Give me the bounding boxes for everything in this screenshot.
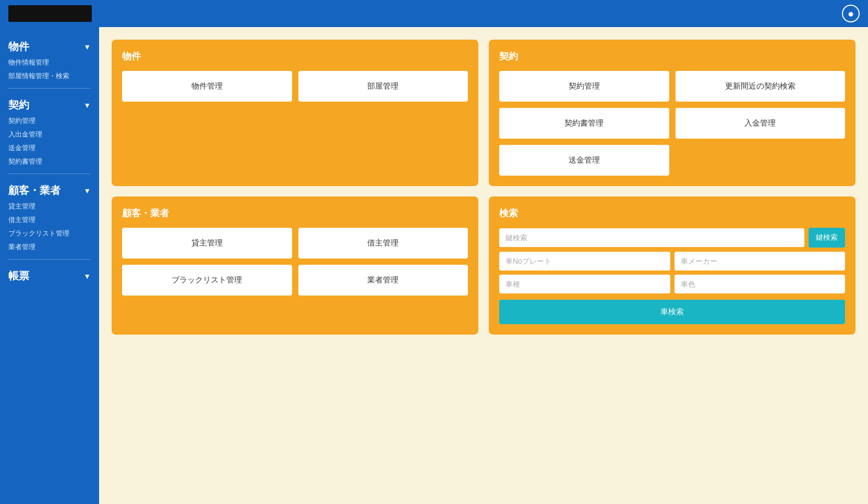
main-content: 物件 物件管理 部屋管理 契約 契約管理 更新間近の契約検索 契約書管理 入金管… xyxy=(99,27,868,504)
card-search-title: 検索 xyxy=(499,207,845,219)
sidebar-item-contract-doc-mgmt[interactable]: 契約書管理 xyxy=(8,155,91,168)
sidebar-header-property[interactable]: 物件 ▼ xyxy=(8,35,91,56)
contract-row3: 送金管理 xyxy=(499,145,845,176)
layout: 物件 ▼ 物件情報管理 部屋情報管理・検索 契約 ▼ 契約管理 入出金管理 送金… xyxy=(0,27,868,504)
btn-remittance-mgmt[interactable]: 送金管理 xyxy=(499,145,669,176)
btn-vendor-mgmt[interactable]: 業者管理 xyxy=(298,265,468,296)
card-customer: 顧客・業者 貸主管理 借主管理 ブラックリスト管理 業者管理 xyxy=(112,196,478,335)
sidebar-section-customer: 顧客・業者 ▼ 貸主管理 借主管理 ブラックリスト管理 業者管理 xyxy=(0,179,99,254)
sidebar-item-remittance-mgmt[interactable]: 送金管理 xyxy=(8,141,91,155)
card-contract-title: 契約 xyxy=(499,50,845,63)
car-search-button[interactable]: 車検索 xyxy=(499,300,845,324)
chevron-down-icon: ▼ xyxy=(83,187,91,195)
btn-property-mgmt[interactable]: 物件管理 xyxy=(122,71,292,102)
btn-contract-doc-mgmt[interactable]: 契約書管理 xyxy=(499,108,669,139)
sidebar-item-vendor-mgmt[interactable]: 業者管理 xyxy=(8,240,91,254)
sidebar-divider-2 xyxy=(8,174,91,174)
btn-tenant-mgmt[interactable]: 借主管理 xyxy=(298,228,468,259)
car-color-input[interactable] xyxy=(674,275,846,293)
card-customer-buttons: 貸主管理 借主管理 ブラックリスト管理 業者管理 xyxy=(122,228,468,296)
car-type-color-row xyxy=(499,275,845,293)
sidebar-header-ledger[interactable]: 帳票 ▼ xyxy=(8,265,91,285)
btn-blacklist-mgmt[interactable]: ブラックリスト管理 xyxy=(122,265,292,296)
sidebar-section-property: 物件 ▼ 物件情報管理 部屋情報管理・検索 xyxy=(0,35,99,83)
user-icon[interactable]: ● xyxy=(842,5,860,22)
card-property: 物件 物件管理 部屋管理 xyxy=(112,40,478,186)
card-search: 検索 鍵検索 車検索 xyxy=(489,196,855,335)
customer-row1: 貸主管理 借主管理 xyxy=(122,228,468,259)
key-search-row: 鍵検索 xyxy=(499,228,845,248)
sidebar-header-contract[interactable]: 契約 ▼ xyxy=(8,94,91,114)
chevron-down-icon: ▼ xyxy=(83,43,91,51)
sidebar-item-property-info[interactable]: 物件情報管理 xyxy=(8,56,91,69)
sidebar-item-tenant-mgmt[interactable]: 借主管理 xyxy=(8,213,91,227)
car-type-input[interactable] xyxy=(499,275,670,293)
header-logo xyxy=(8,5,92,22)
chevron-down-icon: ▼ xyxy=(83,272,91,280)
sidebar-item-room-search[interactable]: 部屋情報管理・検索 xyxy=(8,69,91,83)
sidebar-divider-3 xyxy=(8,259,91,260)
car-maker-input[interactable] xyxy=(674,252,846,271)
btn-contract-mgmt[interactable]: 契約管理 xyxy=(499,71,669,102)
key-search-button[interactable]: 鍵検索 xyxy=(809,228,845,248)
card-property-title: 物件 xyxy=(122,50,468,63)
header: ● xyxy=(0,0,868,27)
sidebar-header-customer[interactable]: 顧客・業者 ▼ xyxy=(8,179,91,200)
search-fields: 鍵検索 車検索 xyxy=(499,228,845,324)
chevron-down-icon: ▼ xyxy=(83,101,91,109)
btn-payment-mgmt[interactable]: 入金管理 xyxy=(676,108,846,139)
btn-renewal-search[interactable]: 更新間近の契約検索 xyxy=(676,71,846,102)
btn-landlord-mgmt[interactable]: 貸主管理 xyxy=(122,228,292,259)
contract-row2: 契約書管理 入金管理 xyxy=(499,108,845,139)
sidebar-section-ledger: 帳票 ▼ xyxy=(0,265,99,285)
contract-row1: 契約管理 更新間近の契約検索 xyxy=(499,71,845,102)
car-no-maker-row xyxy=(499,252,845,271)
card-property-buttons: 物件管理 部屋管理 xyxy=(122,71,468,102)
sidebar-section-contract: 契約 ▼ 契約管理 入出金管理 送金管理 契約書管理 xyxy=(0,94,99,168)
card-customer-title: 顧客・業者 xyxy=(122,207,468,219)
car-no-input[interactable] xyxy=(499,252,670,271)
sidebar-item-landlord-mgmt[interactable]: 貸主管理 xyxy=(8,200,91,213)
sidebar-divider-1 xyxy=(8,88,91,89)
btn-room-mgmt[interactable]: 部屋管理 xyxy=(298,71,468,102)
sidebar-item-payment-mgmt[interactable]: 入出金管理 xyxy=(8,128,91,141)
sidebar-item-contract-mgmt[interactable]: 契約管理 xyxy=(8,114,91,128)
customer-row2: ブラックリスト管理 業者管理 xyxy=(122,265,468,296)
sidebar: 物件 ▼ 物件情報管理 部屋情報管理・検索 契約 ▼ 契約管理 入出金管理 送金… xyxy=(0,27,99,504)
key-search-input[interactable] xyxy=(499,228,804,247)
card-contract: 契約 契約管理 更新間近の契約検索 契約書管理 入金管理 送金管理 xyxy=(489,40,855,186)
card-contract-buttons: 契約管理 更新間近の契約検索 契約書管理 入金管理 送金管理 xyxy=(499,71,845,176)
sidebar-item-blacklist-mgmt[interactable]: ブラックリスト管理 xyxy=(8,227,91,240)
